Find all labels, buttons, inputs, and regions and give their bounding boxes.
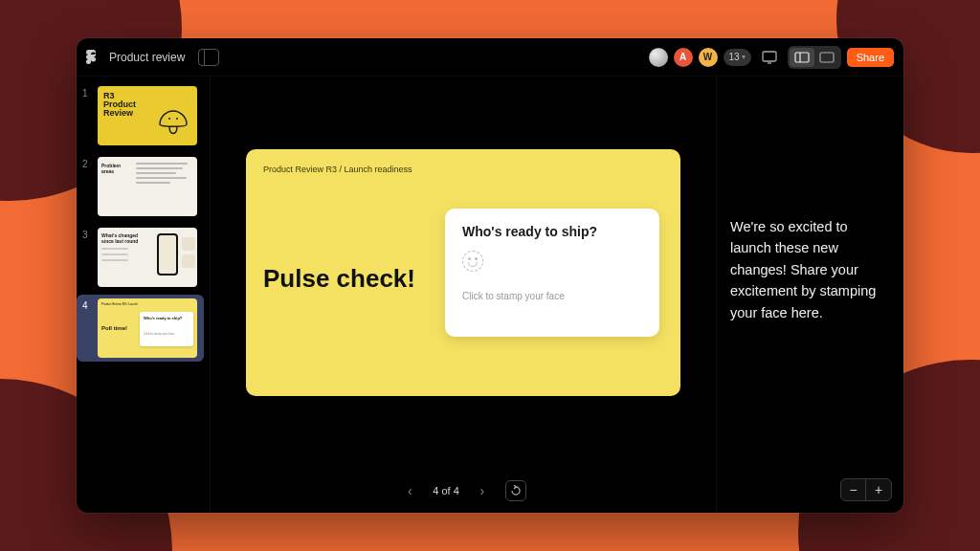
slide-thumbnail[interactable]: 2 Problem areas [77, 153, 204, 220]
restart-button[interactable] [505, 480, 526, 501]
slide-breadcrumb: Product Review R3 / Launch readiness [263, 165, 412, 174]
share-button[interactable]: Share [847, 48, 894, 67]
speaker-notes-text[interactable]: We're so excited to launch these new cha… [730, 216, 890, 323]
viewer-count-label: 13 [729, 52, 740, 62]
thumb-headline: Poll time! [101, 325, 127, 331]
slide-canvas[interactable]: Product Review R3 / Launch readiness Pul… [211, 77, 716, 469]
avatar[interactable]: A [674, 48, 693, 67]
thumb-preview: Product Review R3 / Launch Poll time! Wh… [98, 298, 197, 358]
zoom-out-button[interactable]: − [841, 479, 866, 500]
slide-number: 3 [82, 228, 92, 287]
slide-thumbnail[interactable]: 4 Product Review R3 / Launch Poll time! … [77, 295, 204, 362]
slide-canvas-column: Product Review R3 / Launch readiness Pul… [211, 77, 716, 513]
face-stamp-icon[interactable] [462, 251, 483, 272]
poll-hint: Click to stamp your face [462, 291, 642, 301]
slide-number: 4 [82, 298, 92, 358]
layout-mode-segment [788, 46, 841, 69]
slide-thumbnail[interactable]: 3 What's changed since last round [77, 224, 204, 291]
slide-number: 1 [82, 86, 92, 145]
app-window: Product review A W 13 ▾ Share [77, 38, 903, 513]
svg-rect-1 [795, 53, 809, 62]
zoom-control: − + [840, 478, 892, 501]
app-logo-icon[interactable] [86, 50, 101, 65]
svg-point-5 [176, 118, 178, 120]
slide-thumbnail-panel: 1 R3 Product Review 2 Problem areas 3 Wh… [77, 77, 211, 513]
layout-mode-full[interactable] [814, 48, 839, 67]
toggle-left-panel-icon[interactable] [198, 49, 219, 66]
thumb-preview: R3 Product Review [98, 86, 197, 145]
pager-label: 4 of 4 [433, 485, 459, 496]
toolbar: Product review A W 13 ▾ Share [77, 38, 903, 77]
svg-rect-3 [820, 53, 834, 62]
slide-number: 2 [82, 157, 92, 216]
slide-headline: Pulse check! [263, 264, 415, 294]
svg-point-4 [168, 118, 170, 120]
avatar[interactable] [649, 48, 668, 67]
thumb-preview: What's changed since last round [98, 228, 197, 287]
thumb-preview: Problem areas [98, 157, 197, 216]
poll-card[interactable]: Who's ready to ship? Click to stamp your… [445, 209, 659, 337]
slide-pager: ‹ 4 of 4 › [211, 469, 716, 513]
present-button[interactable] [757, 47, 782, 68]
zoom-in-button[interactable]: + [866, 479, 891, 500]
poll-question: Who's ready to ship? [462, 224, 642, 239]
current-slide: Product Review R3 / Launch readiness Pul… [246, 149, 680, 396]
chevron-down-icon: ▾ [742, 53, 746, 61]
thumb-title: What's changed since last round [101, 233, 136, 244]
viewer-count[interactable]: 13 ▾ [724, 49, 751, 66]
slide-thumbnail[interactable]: 1 R3 Product Review [77, 82, 204, 149]
next-slide-button[interactable]: › [473, 483, 492, 498]
avatar[interactable]: W [699, 48, 718, 67]
speaker-notes-panel: We're so excited to launch these new cha… [716, 77, 903, 513]
document-title[interactable]: Product review [109, 51, 185, 64]
layout-mode-sidebar[interactable] [790, 48, 814, 67]
svg-rect-0 [763, 52, 776, 61]
prev-slide-button[interactable]: ‹ [400, 483, 419, 498]
thumb-title: Problem areas [98, 157, 132, 216]
thumb-title: R3 Product Review [103, 92, 136, 118]
